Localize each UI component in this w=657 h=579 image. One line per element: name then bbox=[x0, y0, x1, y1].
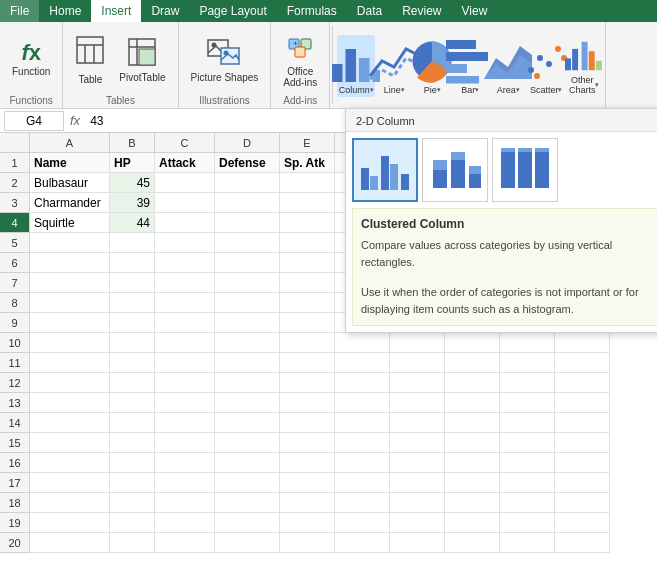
cell-d7[interactable] bbox=[215, 273, 280, 293]
cell-c18[interactable] bbox=[155, 493, 215, 513]
row-header-10[interactable]: 10 bbox=[0, 333, 30, 353]
cell-i10[interactable] bbox=[500, 333, 555, 353]
cell-h15[interactable] bbox=[445, 433, 500, 453]
cell-i12[interactable] bbox=[500, 373, 555, 393]
cell-a12[interactable] bbox=[30, 373, 110, 393]
row-header-3[interactable]: 3 bbox=[0, 193, 30, 213]
cell-e8[interactable] bbox=[280, 293, 335, 313]
cell-c9[interactable] bbox=[155, 313, 215, 333]
cell-b15[interactable] bbox=[110, 433, 155, 453]
cell-b8[interactable] bbox=[110, 293, 155, 313]
table-button[interactable]: Table bbox=[69, 28, 111, 92]
cell-d19[interactable] bbox=[215, 513, 280, 533]
cell-j14[interactable] bbox=[555, 413, 610, 433]
cell-a1[interactable]: Name bbox=[30, 153, 110, 173]
cell-c5[interactable] bbox=[155, 233, 215, 253]
cell-c6[interactable] bbox=[155, 253, 215, 273]
cell-d10[interactable] bbox=[215, 333, 280, 353]
cell-a7[interactable] bbox=[30, 273, 110, 293]
pictures-button[interactable]: Picture Shapes bbox=[185, 28, 265, 92]
cell-e6[interactable] bbox=[280, 253, 335, 273]
stacked-column-btn[interactable] bbox=[422, 138, 488, 202]
cell-c13[interactable] bbox=[155, 393, 215, 413]
stacked-100-column-btn[interactable] bbox=[492, 138, 558, 202]
cell-c15[interactable] bbox=[155, 433, 215, 453]
cell-h18[interactable] bbox=[445, 493, 500, 513]
cell-a9[interactable] bbox=[30, 313, 110, 333]
row-header-6[interactable]: 6 bbox=[0, 253, 30, 273]
cell-d13[interactable] bbox=[215, 393, 280, 413]
cell-d2[interactable] bbox=[215, 173, 280, 193]
cell-a17[interactable] bbox=[30, 473, 110, 493]
cell-a11[interactable] bbox=[30, 353, 110, 373]
cell-j17[interactable] bbox=[555, 473, 610, 493]
cell-a8[interactable] bbox=[30, 293, 110, 313]
menu-formulas[interactable]: Formulas bbox=[277, 0, 347, 22]
cell-e4[interactable] bbox=[280, 213, 335, 233]
line-arrow[interactable]: ▾ bbox=[401, 86, 405, 94]
cell-j13[interactable] bbox=[555, 393, 610, 413]
menu-draw[interactable]: Draw bbox=[141, 0, 189, 22]
cell-g17[interactable] bbox=[390, 473, 445, 493]
cell-f10[interactable] bbox=[335, 333, 390, 353]
row-header-16[interactable]: 16 bbox=[0, 453, 30, 473]
cell-e13[interactable] bbox=[280, 393, 335, 413]
cell-c11[interactable] bbox=[155, 353, 215, 373]
clustered-column-btn[interactable] bbox=[352, 138, 418, 202]
cell-h17[interactable] bbox=[445, 473, 500, 493]
cell-b16[interactable] bbox=[110, 453, 155, 473]
row-header-14[interactable]: 14 bbox=[0, 413, 30, 433]
other-charts-arrow[interactable]: ▾ bbox=[595, 81, 599, 89]
cell-g16[interactable] bbox=[390, 453, 445, 473]
cell-i19[interactable] bbox=[500, 513, 555, 533]
cell-g10[interactable] bbox=[390, 333, 445, 353]
cell-f19[interactable] bbox=[335, 513, 390, 533]
row-header-8[interactable]: 8 bbox=[0, 293, 30, 313]
cell-h10[interactable] bbox=[445, 333, 500, 353]
cell-j11[interactable] bbox=[555, 353, 610, 373]
cell-a2[interactable]: Bulbasaur bbox=[30, 173, 110, 193]
menu-pagelayout[interactable]: Page Layout bbox=[189, 0, 276, 22]
pivot-button[interactable]: PivotTable bbox=[113, 28, 171, 92]
other-charts-button[interactable]: Other Charts ▾ bbox=[565, 35, 603, 97]
row-header-5[interactable]: 5 bbox=[0, 233, 30, 253]
cell-g13[interactable] bbox=[390, 393, 445, 413]
cell-i16[interactable] bbox=[500, 453, 555, 473]
row-header-2[interactable]: 2 bbox=[0, 173, 30, 193]
cell-e20[interactable] bbox=[280, 533, 335, 553]
col-header-b[interactable]: B bbox=[110, 133, 155, 152]
cell-d8[interactable] bbox=[215, 293, 280, 313]
cell-a10[interactable] bbox=[30, 333, 110, 353]
cell-d11[interactable] bbox=[215, 353, 280, 373]
row-header-9[interactable]: 9 bbox=[0, 313, 30, 333]
cell-d17[interactable] bbox=[215, 473, 280, 493]
cell-e16[interactable] bbox=[280, 453, 335, 473]
cell-h20[interactable] bbox=[445, 533, 500, 553]
cell-b14[interactable] bbox=[110, 413, 155, 433]
cell-j18[interactable] bbox=[555, 493, 610, 513]
cell-e12[interactable] bbox=[280, 373, 335, 393]
cell-h16[interactable] bbox=[445, 453, 500, 473]
cell-c7[interactable] bbox=[155, 273, 215, 293]
cell-d1[interactable]: Defense bbox=[215, 153, 280, 173]
cell-d9[interactable] bbox=[215, 313, 280, 333]
cell-d3[interactable] bbox=[215, 193, 280, 213]
cell-c12[interactable] bbox=[155, 373, 215, 393]
cell-f18[interactable] bbox=[335, 493, 390, 513]
menu-file[interactable]: File bbox=[0, 0, 39, 22]
cell-d5[interactable] bbox=[215, 233, 280, 253]
cell-a16[interactable] bbox=[30, 453, 110, 473]
menu-home[interactable]: Home bbox=[39, 0, 91, 22]
cell-e10[interactable] bbox=[280, 333, 335, 353]
cell-j16[interactable] bbox=[555, 453, 610, 473]
row-header-18[interactable]: 18 bbox=[0, 493, 30, 513]
cell-e5[interactable] bbox=[280, 233, 335, 253]
cell-c8[interactable] bbox=[155, 293, 215, 313]
scatter-arrow[interactable]: ▾ bbox=[558, 86, 562, 94]
cell-e3[interactable] bbox=[280, 193, 335, 213]
cell-a13[interactable] bbox=[30, 393, 110, 413]
menu-review[interactable]: Review bbox=[392, 0, 451, 22]
cell-b20[interactable] bbox=[110, 533, 155, 553]
cell-f16[interactable] bbox=[335, 453, 390, 473]
cell-j15[interactable] bbox=[555, 433, 610, 453]
